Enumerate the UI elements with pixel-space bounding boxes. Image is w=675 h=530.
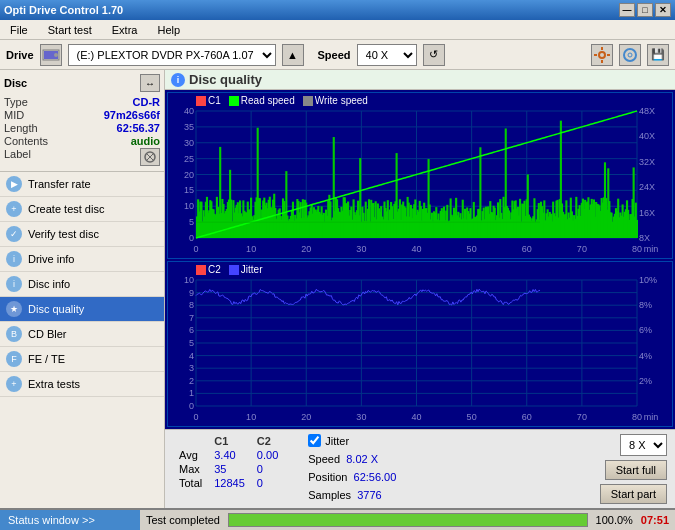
- stats-table: C1 C2 Avg 3.40 0.00 Max 35 0 Total: [173, 434, 284, 490]
- restore-btn[interactable]: □: [637, 3, 653, 17]
- sidebar-item-fe-te[interactable]: F FE / TE: [0, 347, 164, 372]
- disc-info-icon: i: [6, 276, 22, 292]
- status-window-btn[interactable]: Status window >>: [0, 510, 140, 530]
- refresh-btn[interactable]: ↺: [423, 44, 445, 66]
- main-layout: Disc ↔ Type CD-R MID 97m26s66f Length 62…: [0, 70, 675, 508]
- eject-btn[interactable]: ▲: [282, 44, 304, 66]
- speed-select[interactable]: 40 X: [357, 44, 417, 66]
- start-full-button[interactable]: Start full: [605, 460, 667, 480]
- disc-quality-label: Disc quality: [28, 303, 84, 315]
- avg-c1: 3.40: [208, 448, 251, 462]
- drive-icon: [40, 44, 62, 66]
- fe-te-icon: F: [6, 351, 22, 367]
- start-part-button[interactable]: Start part: [600, 484, 667, 504]
- progress-bar: [228, 513, 588, 527]
- readspeed-legend: Read speed: [229, 95, 295, 106]
- app-title: Opti Drive Control 1.70: [4, 4, 123, 16]
- disc-icon[interactable]: [619, 44, 641, 66]
- drive-info-label: Drive info: [28, 253, 74, 265]
- cd-bler-label: CD Bler: [28, 328, 67, 340]
- jitter-legend-color: [229, 265, 239, 275]
- status-text: Test completed: [146, 514, 220, 526]
- content-area: i Disc quality C1 Read speed: [165, 70, 675, 508]
- settings-icon[interactable]: [591, 44, 613, 66]
- readspeed-legend-color: [229, 96, 239, 106]
- disc-mid-val: 97m26s66f: [104, 109, 160, 121]
- disc-length-val: 62:56.37: [117, 122, 160, 134]
- disc-contents-key: Contents: [4, 135, 48, 147]
- c1-legend: C1: [196, 95, 221, 106]
- progress-bar-fill: [229, 514, 587, 526]
- drive-info-icon: i: [6, 251, 22, 267]
- sidebar-item-disc-info[interactable]: i Disc info: [0, 272, 164, 297]
- position-label: Position: [308, 471, 347, 483]
- speed-value: 8.02 X: [346, 453, 378, 465]
- c1-legend-label: C1: [208, 95, 221, 106]
- col-c2-header: C2: [251, 434, 284, 448]
- save-btn[interactable]: 💾: [647, 44, 669, 66]
- transfer-rate-label: Transfer rate: [28, 178, 91, 190]
- svg-point-8: [624, 49, 636, 61]
- disc-quality-icon: ★: [6, 301, 22, 317]
- speed-label: Speed: [308, 453, 340, 465]
- speed-info: Speed 8.02 X: [308, 453, 396, 465]
- window-controls: — □ ✕: [619, 3, 671, 17]
- menu-help[interactable]: Help: [151, 22, 186, 38]
- sidebar-item-cd-bler[interactable]: B CD Bler: [0, 322, 164, 347]
- col-c1-header: C1: [208, 434, 251, 448]
- extra-tests-label: Extra tests: [28, 378, 80, 390]
- disc-contents-row: Contents audio: [4, 135, 160, 147]
- avg-c2: 0.00: [251, 448, 284, 462]
- menu-extra[interactable]: Extra: [106, 22, 144, 38]
- samples-label: Samples: [308, 489, 351, 501]
- jitter-check: Jitter: [308, 434, 396, 447]
- speed-jitter-info: Jitter Speed 8.02 X Position 62:56.00 Sa…: [308, 434, 396, 501]
- bottom-chart-container: C2 Jitter: [167, 261, 673, 427]
- svg-point-3: [599, 52, 605, 58]
- sidebar-item-transfer-rate[interactable]: ▶ Transfer rate: [0, 172, 164, 197]
- fe-te-label: FE / TE: [28, 353, 65, 365]
- create-test-disc-icon: +: [6, 201, 22, 217]
- samples-value: 3776: [357, 489, 381, 501]
- test-speed-select[interactable]: 8 X: [620, 434, 667, 456]
- jitter-checkbox[interactable]: [308, 434, 321, 447]
- svg-rect-4: [601, 47, 603, 50]
- close-btn[interactable]: ✕: [655, 3, 671, 17]
- disc-refresh-btn[interactable]: ↔: [140, 74, 160, 92]
- total-c1: 12845: [208, 476, 251, 490]
- svg-rect-7: [607, 54, 610, 56]
- sidebar-item-create-test-disc[interactable]: + Create test disc: [0, 197, 164, 222]
- menu-start-test[interactable]: Start test: [42, 22, 98, 38]
- verify-test-disc-icon: ✓: [6, 226, 22, 242]
- status-progress-area: Test completed 100.0% 07:51: [140, 511, 675, 529]
- disc-info-label: Disc info: [28, 278, 70, 290]
- top-chart-container: C1 Read speed Write speed: [167, 92, 673, 259]
- minimize-btn[interactable]: —: [619, 3, 635, 17]
- chart-header: i Disc quality: [165, 70, 675, 90]
- disc-type-row: Type CD-R: [4, 96, 160, 108]
- max-c2: 0: [251, 462, 284, 476]
- disc-type-val: CD-R: [133, 96, 161, 108]
- chart-title: Disc quality: [189, 72, 262, 87]
- svg-point-2: [54, 53, 58, 57]
- sidebar-item-verify-test-disc[interactable]: ✓ Verify test disc: [0, 222, 164, 247]
- menu-file[interactable]: File: [4, 22, 34, 38]
- speed-label: Speed: [318, 49, 351, 61]
- disc-contents-val: audio: [131, 135, 160, 147]
- title-bar: Opti Drive Control 1.70 — □ ✕: [0, 0, 675, 20]
- sidebar-item-extra-tests[interactable]: + Extra tests: [0, 372, 164, 397]
- c1-legend-color: [196, 96, 206, 106]
- disc-label-btn[interactable]: [140, 148, 160, 166]
- disc-mid-key: MID: [4, 109, 24, 121]
- sidebar-item-disc-quality[interactable]: ★ Disc quality: [0, 297, 164, 322]
- verify-test-disc-label: Verify test disc: [28, 228, 99, 240]
- c2-legend-color: [196, 265, 206, 275]
- disc-section-title: Disc: [4, 77, 27, 89]
- sidebar-item-drive-info[interactable]: i Drive info: [0, 247, 164, 272]
- bottom-chart-canvas: [168, 262, 672, 426]
- drive-select[interactable]: (E:) PLEXTOR DVDR PX-760A 1.07: [68, 44, 276, 66]
- extra-tests-icon: +: [6, 376, 22, 392]
- progress-percent: 100.0%: [596, 514, 633, 526]
- jitter-legend: Jitter: [229, 264, 263, 275]
- cd-bler-icon: B: [6, 326, 22, 342]
